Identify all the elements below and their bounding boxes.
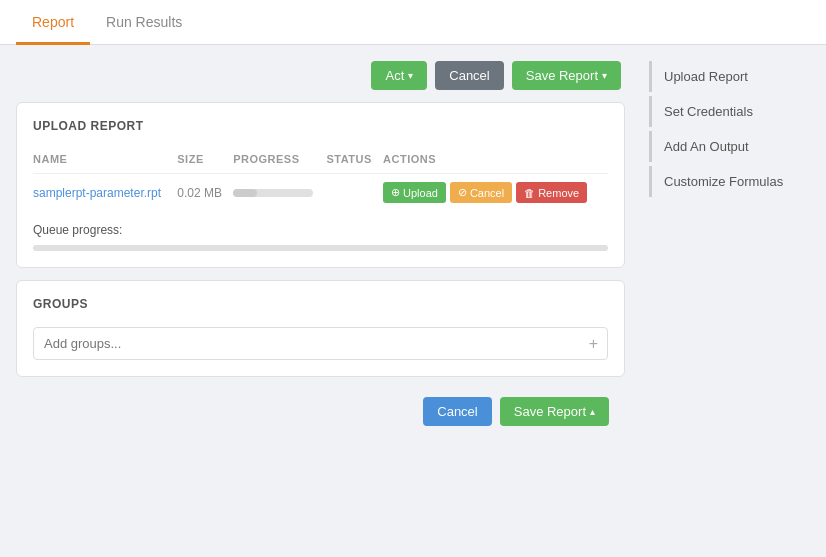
- bottom-cancel-button[interactable]: Cancel: [423, 397, 491, 426]
- tab-run-results[interactable]: Run Results: [90, 0, 198, 45]
- tab-report[interactable]: Report: [16, 0, 90, 45]
- bottom-save-chevron-icon: ▴: [590, 406, 595, 417]
- file-size: 0.02 MB: [177, 186, 222, 200]
- content-area: Act ▾ Cancel Save Report ▾ UPLOAD REPORT: [0, 45, 641, 557]
- action-buttons: ⊕ Upload ⊘ Cancel 🗑 Rem: [383, 182, 600, 203]
- sidebar-item-upload-report[interactable]: Upload Report: [649, 61, 818, 92]
- upload-report-title: UPLOAD REPORT: [33, 119, 608, 133]
- act-button[interactable]: Act ▾: [371, 61, 427, 90]
- main-layout: Act ▾ Cancel Save Report ▾ UPLOAD REPORT: [0, 45, 826, 557]
- top-toolbar: Act ▾ Cancel Save Report ▾: [16, 61, 625, 90]
- col-actions: ACTIONS: [383, 149, 608, 174]
- top-cancel-button[interactable]: Cancel: [435, 61, 503, 90]
- queue-progress-bar: [33, 245, 608, 251]
- bottom-toolbar: Cancel Save Report ▴: [16, 389, 625, 442]
- progress-bar-container: [233, 189, 313, 197]
- file-name: samplerpt-parameter.rpt: [33, 186, 161, 200]
- groups-title: GROUPS: [33, 297, 608, 311]
- remove-button[interactable]: 🗑 Remove: [516, 182, 587, 203]
- remove-icon: 🗑: [524, 187, 535, 199]
- add-groups-wrapper: +: [33, 327, 608, 360]
- app-container: Report Run Results Act ▾ Cancel Save Rep…: [0, 0, 826, 557]
- sidebar-item-customize-formulas[interactable]: Customize Formulas: [649, 166, 818, 197]
- top-save-report-button[interactable]: Save Report ▾: [512, 61, 621, 90]
- cancel-icon: ⊘: [458, 186, 467, 199]
- upload-report-card: UPLOAD REPORT NAME SIZE PROGRESS STATUS …: [16, 102, 625, 268]
- col-size: SIZE: [177, 149, 233, 174]
- file-cancel-button[interactable]: ⊘ Cancel: [450, 182, 512, 203]
- table-row: samplerpt-parameter.rpt 0.02 MB: [33, 174, 608, 212]
- tab-bar: Report Run Results: [0, 0, 826, 45]
- col-progress: PROGRESS: [233, 149, 326, 174]
- save-report-chevron-icon: ▾: [602, 70, 607, 81]
- queue-progress-label: Queue progress:: [33, 223, 122, 237]
- progress-bar-fill: [233, 189, 257, 197]
- groups-card: GROUPS +: [16, 280, 625, 377]
- upload-button[interactable]: ⊕ Upload: [383, 182, 446, 203]
- queue-progress-section: Queue progress:: [33, 223, 608, 237]
- sidebar-item-set-credentials[interactable]: Set Credentials: [649, 96, 818, 127]
- sidebar: Upload Report Set Credentials Add An Out…: [641, 45, 826, 557]
- col-name: NAME: [33, 149, 177, 174]
- bottom-save-report-button[interactable]: Save Report ▴: [500, 397, 609, 426]
- sidebar-item-add-output[interactable]: Add An Output: [649, 131, 818, 162]
- upload-icon: ⊕: [391, 186, 400, 199]
- add-groups-input[interactable]: [33, 327, 608, 360]
- act-chevron-icon: ▾: [408, 70, 413, 81]
- status-cell: [326, 174, 383, 212]
- col-status: STATUS: [326, 149, 383, 174]
- upload-table: NAME SIZE PROGRESS STATUS ACTIONS sample…: [33, 149, 608, 211]
